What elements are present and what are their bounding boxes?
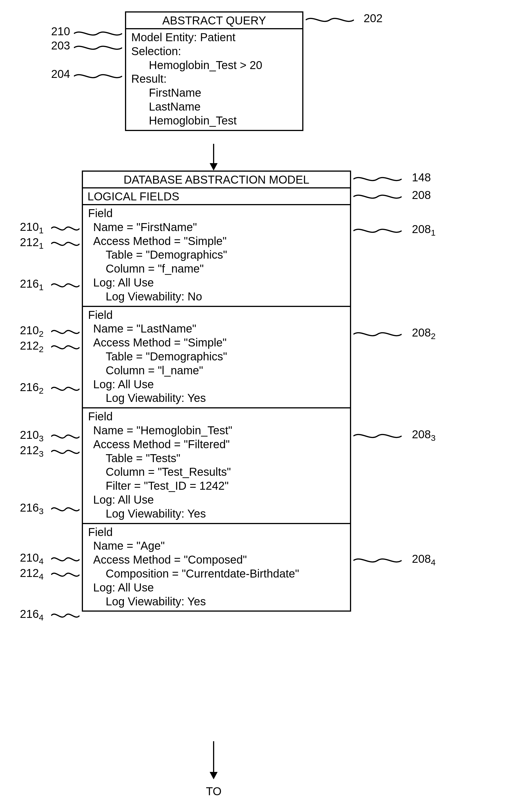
field-heading: Field [88, 206, 350, 220]
field-logv: Log Viewability: Yes [106, 507, 350, 521]
field-section-2: Field Name = "LastName" Access Method = … [83, 307, 350, 409]
result-1: FirstName [149, 86, 302, 100]
wave-icon [306, 17, 354, 23]
selection-cond: Hemoglobin_Test > 20 [149, 58, 302, 72]
field-column: Column = "l_name" [106, 364, 350, 377]
ref-208-2: 2082 [412, 326, 435, 341]
ref-216-3: 2163 [20, 501, 43, 516]
wave-icon [354, 176, 402, 182]
ref-210-1: 2101 [20, 221, 43, 235]
wave-icon [51, 433, 80, 440]
field-log: Log: All Use [93, 581, 350, 594]
wave-icon [354, 433, 402, 439]
wave-icon [51, 571, 80, 578]
wave-icon [51, 556, 80, 563]
field-filter: Filter = "Test_ID = 1242" [106, 479, 350, 493]
wave-icon [354, 227, 402, 234]
field-log: Log: All Use [93, 276, 350, 290]
field-logv: Log Viewability: Yes [106, 391, 350, 405]
ref-212-4: 2124 [20, 567, 43, 581]
wave-icon [51, 448, 80, 455]
ref-208-3: 2083 [412, 428, 435, 443]
field-section-3: Field Name = "Hemoglobin_Test" Access Me… [83, 408, 350, 524]
wave-icon [354, 331, 402, 338]
field-logv: Log Viewability: Yes [106, 594, 350, 609]
dam-title: DATABASE ABSTRACTION MODEL [83, 172, 350, 188]
field-access: Access Method = "Simple" [93, 234, 350, 248]
wave-icon [74, 30, 122, 37]
wave-icon [354, 193, 402, 200]
arrow-2-head [210, 772, 218, 779]
result-3: Hemoglobin_Test [149, 114, 302, 127]
wave-icon [51, 344, 80, 351]
abstract-query-title: ABSTRACT QUERY [126, 12, 302, 29]
ref-208-4: 2084 [412, 552, 435, 567]
field-name: Name = "FirstName" [93, 220, 350, 234]
field-access: Access Method = "Filtered" [93, 437, 350, 451]
field-heading: Field [88, 410, 350, 424]
field-access: Access Method = "Simple" [93, 336, 350, 350]
ref-148: 148 [412, 171, 431, 184]
ref-208: 208 [412, 189, 431, 202]
field-table: Table = "Tests" [106, 451, 350, 465]
field-table: Table = "Demographics" [106, 248, 350, 262]
wave-icon [51, 612, 80, 619]
field-heading: Field [88, 308, 350, 322]
ref-210-4: 2104 [20, 551, 43, 566]
ref-212-2: 2122 [20, 339, 43, 354]
model-entity: Model Entity: Patient [131, 30, 302, 44]
wave-icon [51, 225, 80, 232]
abstract-query-content: Model Entity: Patient Selection: Hemoglo… [126, 29, 302, 130]
selection-label: Selection: [131, 44, 302, 58]
field-log: Log: All Use [93, 377, 350, 392]
field-name: Name = "LastName" [93, 322, 350, 336]
ref-216-2: 2162 [20, 381, 43, 396]
field-name: Name = "Hemoglobin_Test" [93, 424, 350, 437]
ref-203: 203 [51, 39, 70, 52]
result-2: LastName [149, 100, 302, 114]
wave-icon [51, 240, 80, 247]
arrow-1-line [213, 144, 214, 163]
ref-212-3: 2123 [20, 444, 43, 459]
ref-204: 204 [51, 68, 70, 81]
database-abstraction-model-box: DATABASE ABSTRACTION MODEL LOGICAL FIELD… [82, 171, 351, 612]
logical-fields-title: LOGICAL FIELDS [83, 188, 350, 205]
field-section-4: Field Name = "Age" Access Method = "Comp… [83, 524, 350, 611]
to-label: TO [206, 785, 221, 798]
ref-216-4: 2164 [20, 608, 43, 622]
abstract-query-box: ABSTRACT QUERY Model Entity: Patient Sel… [125, 11, 303, 131]
arrow-2-line [213, 741, 214, 772]
wave-icon [51, 328, 80, 336]
arrow-1-head [210, 163, 218, 171]
ref-212-1: 2121 [20, 236, 43, 251]
field-column: Column = "Test_Results" [106, 465, 350, 479]
wave-icon [51, 385, 80, 392]
field-column: Column = "f_name" [106, 262, 350, 276]
field-composition: Composition = "Currentdate-Birthdate" [106, 567, 350, 581]
ref-210: 210 [51, 25, 70, 38]
ref-216-1: 2161 [20, 278, 43, 292]
wave-icon [354, 557, 402, 564]
ref-210-3: 2103 [20, 429, 43, 443]
ref-208-1: 2081 [412, 223, 435, 238]
field-heading: Field [88, 525, 350, 539]
field-logv: Log Viewability: No [106, 290, 350, 303]
wave-icon [51, 282, 80, 289]
field-section-1: Field Name = "FirstName" Access Method =… [83, 205, 350, 307]
wave-icon [74, 73, 122, 80]
result-label: Result: [131, 72, 302, 86]
field-table: Table = "Demographics" [106, 350, 350, 364]
field-log: Log: All Use [93, 493, 350, 507]
field-name: Name = "Age" [93, 539, 350, 553]
ref-210-2: 2102 [20, 324, 43, 339]
wave-icon [51, 506, 80, 513]
wave-icon [74, 44, 122, 51]
ref-202: 202 [364, 12, 383, 25]
diagram-canvas: ABSTRACT QUERY Model Entity: Patient Sel… [0, 0, 517, 812]
field-access: Access Method = "Composed" [93, 553, 350, 567]
